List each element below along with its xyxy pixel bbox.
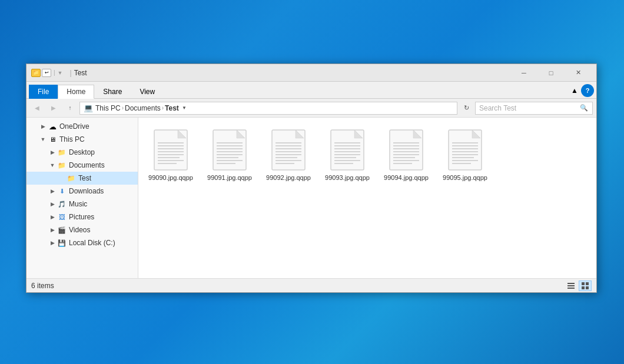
breadcrumb-test[interactable]: Test [165, 104, 179, 112]
details-view-button[interactable] [565, 280, 577, 291]
quick-sep: | [54, 69, 55, 76]
file-item[interactable]: 99092.jpg.qqpp [262, 123, 315, 187]
file-icon-4 [389, 129, 424, 171]
refresh-button[interactable]: ↻ [460, 102, 473, 115]
window-title: Test [74, 69, 510, 77]
sidebar: ▶ ☁ OneDrive ▼ 🖥 This PC ▶ 📁 Desktop ▼ 📁… [26, 118, 138, 278]
music-expand-icon: ▶ [48, 199, 57, 209]
sidebar-item-videos[interactable]: ▶ 🎬 Videos [26, 223, 138, 236]
pictures-label: Pictures [69, 213, 94, 221]
forward-button[interactable]: ▶ [47, 101, 61, 115]
maximize-button[interactable]: □ [537, 64, 565, 82]
tab-file[interactable]: File [29, 85, 58, 99]
file-item[interactable]: 99090.jpg.qqpp [144, 123, 197, 187]
file-icon-5 [447, 129, 483, 171]
sidebar-item-onedrive[interactable]: ▶ ☁ OneDrive [26, 120, 138, 133]
breadcrumb-sep1: › [122, 105, 124, 111]
address-input[interactable]: 💻 This PC › Documents › Test ▼ [79, 102, 457, 115]
sidebar-item-localdisk[interactable]: ▶ 💾 Local Disk (C:) [26, 236, 138, 249]
search-box[interactable]: Search Test 🔍 [475, 102, 593, 115]
music-icon: 🎵 [57, 199, 67, 209]
tab-view[interactable]: View [131, 85, 164, 99]
documents-label: Documents [69, 161, 105, 169]
thispc-label: This PC [59, 135, 85, 143]
breadcrumb-computer-icon: 💻 [84, 103, 93, 112]
documents-icon: 📁 [57, 161, 67, 170]
file-item[interactable]: 99093.jpg.qqpp [321, 123, 374, 187]
sidebar-item-thispc[interactable]: ▼ 🖥 This PC [26, 133, 138, 146]
onedrive-label: OneDrive [59, 122, 89, 131]
up-button[interactable]: ↑ [63, 101, 77, 115]
breadcrumb-documents[interactable]: Documents [125, 104, 161, 112]
sidebar-item-documents[interactable]: ▼ 📁 Documents [26, 159, 138, 172]
ribbon-tabs: File Home Share View ▲ ? [26, 82, 596, 98]
downloads-label: Downloads [69, 187, 104, 195]
videos-expand-icon: ▶ [48, 225, 57, 235]
close-button[interactable]: ✕ [565, 64, 592, 82]
search-placeholder: Search Test [479, 104, 579, 112]
help-button[interactable]: ? [581, 84, 594, 97]
large-icon-view-button[interactable] [579, 280, 592, 291]
sidebar-item-test[interactable]: 📁 Test [26, 172, 138, 185]
window-controls: ─ □ ✕ [510, 64, 592, 82]
search-icon[interactable]: 🔍 [579, 104, 589, 112]
svg-rect-68 [567, 288, 575, 289]
file-icon-3 [330, 129, 365, 171]
file-name-1: 99091.jpg.qqpp [207, 173, 252, 182]
breadcrumb-thispc[interactable]: This PC [95, 104, 121, 112]
file-item[interactable]: 99094.jpg.qqpp [380, 123, 433, 187]
svg-rect-72 [586, 286, 589, 289]
minimize-button[interactable]: ─ [510, 64, 537, 82]
main-area: ▶ ☁ OneDrive ▼ 🖥 This PC ▶ 📁 Desktop ▼ 📁… [26, 118, 596, 278]
sidebar-item-downloads[interactable]: ▶ ⬇ Downloads [26, 185, 138, 198]
quick-access-toolbar: 📁 ↩ | ▼ [31, 69, 63, 77]
breadcrumb-sep2: › [162, 105, 164, 111]
file-icon-0 [153, 129, 188, 171]
file-name-5: 99095.jpg.qqpp [443, 173, 487, 182]
downloads-expand-icon: ▶ [48, 186, 57, 196]
tab-share[interactable]: Share [94, 85, 131, 99]
downloads-icon: ⬇ [57, 186, 67, 196]
breadcrumb: 💻 This PC › Documents › Test [84, 103, 179, 112]
ribbon-collapse-btn[interactable]: ▲ [568, 84, 581, 97]
quick-down-arrow[interactable]: ▼ [58, 70, 63, 76]
quick-folder-btn[interactable]: 📁 [31, 69, 41, 77]
file-name-2: 99092.jpg.qqpp [266, 173, 311, 182]
file-item[interactable]: 99091.jpg.qqpp [203, 123, 256, 187]
test-expand-icon [57, 173, 67, 183]
onedrive-expand-icon: ▶ [38, 122, 48, 131]
desktop-icon: 📁 [57, 148, 67, 157]
desktop-expand-icon: ▶ [48, 148, 57, 157]
svg-rect-70 [586, 282, 589, 285]
test-label: Test [78, 174, 91, 182]
localdisk-expand-icon: ▶ [48, 238, 57, 248]
svg-rect-69 [582, 282, 585, 285]
music-label: Music [69, 200, 87, 208]
address-dropdown-btn[interactable]: ▼ [179, 102, 190, 115]
file-icon-1 [212, 129, 247, 171]
pictures-icon: 🖼 [57, 212, 67, 222]
ribbon: File Home Share View ▲ ? [26, 82, 596, 99]
file-name-3: 99093.jpg.qqpp [325, 173, 370, 182]
view-buttons [565, 280, 592, 291]
documents-expand-icon: ▼ [48, 161, 57, 170]
tab-home[interactable]: Home [58, 85, 94, 99]
title-sep: | [70, 69, 72, 77]
quick-undo-btn[interactable]: ↩ [42, 69, 51, 77]
svg-rect-71 [582, 286, 585, 289]
desktop-label: Desktop [69, 148, 95, 156]
content-area: 99090.jpg.qqpp [138, 118, 596, 278]
sidebar-item-pictures[interactable]: ▶ 🖼 Pictures [26, 211, 138, 223]
videos-label: Videos [69, 226, 90, 234]
file-item[interactable]: 99095.jpg.qqpp [439, 123, 492, 187]
address-bar: ◀ ▶ ↑ 💻 This PC › Documents › Test ▼ ↻ S… [26, 99, 596, 118]
title-bar: 📁 ↩ | ▼ | Test ─ □ ✕ [26, 64, 596, 82]
file-explorer-window: 📁 ↩ | ▼ | Test ─ □ ✕ File Home Share Vie… [26, 64, 597, 293]
localdisk-label: Local Disk (C:) [69, 239, 115, 247]
file-name-4: 99094.jpg.qqpp [384, 173, 429, 182]
back-button[interactable]: ◀ [30, 101, 44, 115]
sidebar-item-music[interactable]: ▶ 🎵 Music [26, 198, 138, 211]
videos-icon: 🎬 [57, 225, 67, 235]
status-bar: 6 items [26, 278, 596, 292]
sidebar-item-desktop[interactable]: ▶ 📁 Desktop [26, 146, 138, 159]
